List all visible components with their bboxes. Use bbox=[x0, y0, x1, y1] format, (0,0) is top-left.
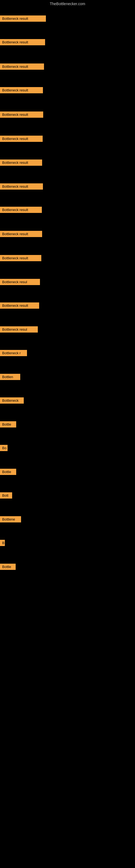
bottleneck-badge: Bottleneck resul bbox=[0, 279, 40, 285]
bottleneck-badge: Bottleneck result bbox=[0, 135, 43, 142]
bottleneck-badge: Bottle bbox=[0, 421, 16, 428]
bottleneck-badge: Bottleneck result bbox=[0, 303, 39, 309]
bottleneck-badge: Bottlene bbox=[0, 516, 21, 522]
bottleneck-badge: Bo bbox=[0, 445, 8, 451]
bottleneck-badge: Bottleneck resul bbox=[0, 326, 38, 333]
bottleneck-badge: Bottleneck r bbox=[0, 350, 27, 356]
bottleneck-badge: Bottleneck result bbox=[0, 159, 42, 166]
site-title: TheBottlenecker.com bbox=[0, 0, 135, 8]
bottleneck-badge: Bottle bbox=[0, 564, 16, 570]
bottleneck-badge: Bottleneck result bbox=[0, 87, 43, 93]
bottleneck-badge: Bottleneck result bbox=[0, 112, 43, 118]
bottleneck-badge: Bottleneck result bbox=[0, 255, 41, 261]
bottleneck-badge: Bottleneck result bbox=[0, 183, 43, 190]
bottleneck-badge: Bottleneck result bbox=[0, 39, 45, 45]
bottleneck-badge: B bbox=[0, 540, 5, 546]
bottleneck-badge: Bottleneck result bbox=[0, 207, 42, 213]
bottleneck-badge: Bottleneck bbox=[0, 397, 24, 404]
bottleneck-badge: Bottleneck result bbox=[0, 16, 46, 22]
bottleneck-badge: Bott bbox=[0, 492, 12, 499]
bottleneck-badge: Bottleneck result bbox=[0, 63, 44, 70]
bottleneck-badge: Bottlen bbox=[0, 374, 20, 380]
bottleneck-badge: Bottleneck result bbox=[0, 231, 42, 237]
bottleneck-badge: Bottle bbox=[0, 469, 16, 475]
